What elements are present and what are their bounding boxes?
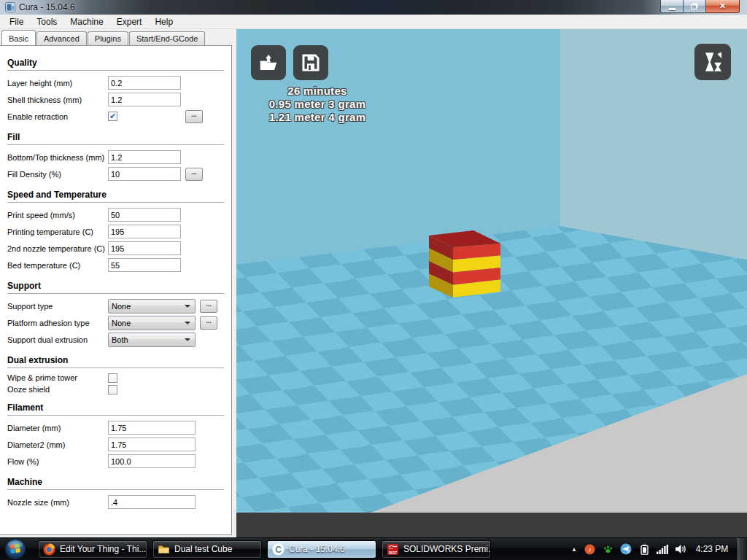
tab-plugins[interactable]: Plugins — [88, 31, 128, 45]
settings-panel: QualityLayer height (mm)Shell thickness … — [0, 45, 232, 535]
tab-basic[interactable]: Basic — [1, 30, 36, 45]
layer-height-mm-input[interactable] — [108, 76, 181, 90]
wipe-prime-tower-field — [108, 373, 181, 383]
support-type-field: None — [108, 299, 196, 314]
paw-tray-icon[interactable] — [602, 543, 614, 555]
chevron-down-icon — [185, 338, 190, 341]
taskbar-item-folder[interactable]: Dual test Cube — [152, 540, 262, 559]
support-type-value: None — [112, 302, 185, 311]
filament-amount-1: 0.95 meter 3 gram — [248, 98, 387, 111]
support-type-more-button[interactable]: ... — [200, 300, 217, 313]
svg-text:2017: 2017 — [389, 550, 398, 554]
flow-label: Flow (%) — [7, 457, 108, 466]
diameter-mm-input[interactable] — [108, 421, 196, 435]
taskbar-item-firefox[interactable]: Edit Your Thing - Thi... — [38, 540, 147, 559]
taskbar: Edit Your Thing - Thi... Dual test Cube … — [0, 537, 747, 560]
firefox-icon — [43, 543, 55, 556]
start-button[interactable] — [4, 538, 26, 560]
printing-temperature-c-input[interactable] — [108, 225, 181, 238]
menu-tools[interactable]: Tools — [30, 15, 63, 28]
tab-advanced[interactable]: Advanced — [36, 31, 87, 45]
filament-amount-2: 1.21 meter 4 gram — [248, 111, 387, 124]
svg-text:C: C — [275, 544, 282, 554]
setting-row-diameter-mm: Diameter (mm) — [0, 419, 231, 436]
section-title-fill: Fill — [7, 132, 224, 145]
bottom-top-thickness-mm-input[interactable] — [108, 150, 181, 164]
view-mode-button[interactable] — [694, 44, 731, 80]
menu-expert[interactable]: Expert — [110, 15, 149, 28]
show-desktop-button[interactable] — [738, 538, 747, 560]
clock[interactable]: 4:23 PM — [693, 544, 731, 554]
tab-start-end-gcode[interactable]: Start/End-GCode — [129, 31, 205, 45]
setting-row-support-dual-extrusion: Support dual extrusionBoth — [0, 331, 231, 348]
taskbar-item-label: SOLIDWORKS Premi... — [403, 544, 491, 554]
section-machine: MachineNozzle size (mm) — [0, 470, 231, 510]
close-button[interactable]: ✕ — [706, 0, 740, 13]
music-tray-icon[interactable]: ♪ — [584, 543, 595, 555]
ooze-shield-label: Ooze shield — [7, 385, 108, 394]
minimize-button[interactable] — [660, 0, 684, 13]
fill-density-input[interactable] — [108, 167, 181, 181]
section-fill: FillBottom/Top thickness (mm)Fill Densit… — [0, 125, 231, 182]
battery-icon[interactable] — [638, 543, 650, 555]
section-title-machine: Machine — [7, 477, 224, 490]
section-speed-and-temperature: Speed and TemperaturePrint speed (mm/s)P… — [0, 182, 231, 273]
bed-temperature-c-input[interactable] — [108, 258, 181, 272]
restore-button[interactable] — [684, 0, 706, 13]
bed-temperature-c-field — [108, 258, 181, 272]
print-speed-mm-s-input[interactable] — [108, 208, 181, 222]
enable-retraction-more-button[interactable]: ... — [185, 110, 203, 123]
section-title-dual-extrusion: Dual extrusion — [7, 355, 224, 368]
support-dual-extrusion-dropdown[interactable]: Both — [108, 332, 196, 347]
chevron-down-icon — [185, 305, 190, 308]
print-stats: 26 minutes 0.95 meter 3 gram 1.21 meter … — [248, 85, 387, 124]
fill-density-field — [108, 167, 181, 181]
setting-row-layer-height-mm: Layer height (mm) — [0, 74, 231, 91]
setting-row-wipe-prime-tower: Wipe & prime tower — [0, 372, 231, 384]
print-time: 26 minutes — [248, 85, 387, 98]
setting-row-platform-adhesion-type: Platform adhesion typeNone... — [0, 314, 231, 331]
taskbar-item-solidworks[interactable]: 2017 SOLIDWORKS Premi... — [382, 540, 491, 559]
platform-adhesion-type-dropdown[interactable]: None — [108, 316, 196, 330]
network-signal-icon[interactable] — [657, 543, 668, 555]
menu-machine[interactable]: Machine — [63, 15, 109, 28]
2nd-nozzle-temperature-c-field — [108, 241, 181, 255]
viewport-3d[interactable]: 26 minutes 0.95 meter 3 gram 1.21 meter … — [236, 29, 747, 537]
cura-icon: C — [272, 543, 285, 556]
nozzle-size-mm-field — [108, 495, 196, 509]
menu-file[interactable]: File — [3, 15, 30, 28]
fill-density-more-button[interactable]: ... — [185, 168, 203, 181]
save-toolpath-button[interactable] — [293, 45, 328, 80]
section-title-support: Support — [7, 281, 224, 294]
settings-column: Basic Advanced Plugins Start/End-GCode Q… — [0, 29, 236, 537]
chevron-down-icon — [185, 322, 190, 324]
cura-window: Cura - 15.04.6 ✕ File Tools Machine Expe… — [0, 0, 747, 560]
load-model-button[interactable] — [251, 45, 286, 80]
shell-thickness-mm-input[interactable] — [108, 93, 181, 106]
taskbar-item-cura[interactable]: C Cura - 15.04.6 — [267, 540, 376, 559]
support-dual-extrusion-field: Both — [108, 332, 196, 347]
support-type-dropdown[interactable]: None — [108, 299, 196, 314]
nozzle-size-mm-input[interactable] — [108, 495, 196, 509]
platform-adhesion-type-more-button[interactable]: ... — [200, 316, 217, 330]
diameter-mm-label: Diameter (mm) — [7, 424, 108, 432]
speaker-icon[interactable] — [675, 543, 686, 555]
wipe-prime-tower-checkbox[interactable] — [108, 373, 117, 383]
flow-input[interactable] — [108, 454, 196, 468]
titlebar: Cura - 15.04.6 ✕ — [0, 0, 747, 15]
print-speed-mm-s-field — [108, 208, 181, 222]
2nd-nozzle-temperature-c-input[interactable] — [108, 241, 181, 255]
enable-retraction-checkbox[interactable]: ✔ — [108, 112, 117, 121]
bed-temperature-c-label: Bed temperature (C) — [7, 261, 108, 270]
menu-help[interactable]: Help — [148, 15, 179, 28]
ooze-shield-checkbox[interactable] — [108, 385, 117, 394]
setting-row-enable-retraction: Enable retraction✔... — [0, 108, 231, 125]
setting-row-bottom-top-thickness-mm: Bottom/Top thickness (mm) — [0, 149, 231, 166]
printing-temperature-c-label: Printing temperature (C) — [7, 228, 108, 236]
diameter-mm-field — [108, 421, 196, 435]
messenger-tray-icon[interactable]: 5 — [620, 543, 632, 555]
hidden-icons-arrow[interactable]: ▲ — [571, 546, 577, 553]
platform-adhesion-type-value: None — [112, 319, 185, 327]
setting-row-shell-thickness-mm: Shell thickness (mm) — [0, 91, 231, 108]
diameter2-mm-input[interactable] — [108, 438, 196, 451]
